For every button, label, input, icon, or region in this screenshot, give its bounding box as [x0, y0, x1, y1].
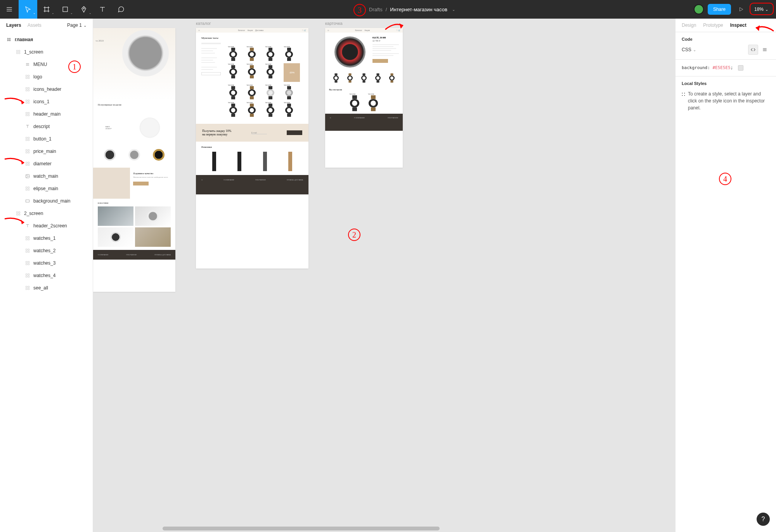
code-section-title: Code — [682, 37, 770, 42]
svg-rect-85 — [28, 288, 29, 290]
group-icon — [25, 87, 30, 92]
svg-rect-19 — [19, 52, 20, 54]
tab-prototype[interactable]: Prototype — [703, 23, 723, 28]
svg-rect-34 — [28, 102, 29, 104]
layer-name: button_1 — [33, 136, 52, 142]
svg-rect-57 — [26, 189, 28, 191]
layer-row[interactable]: elipse_main — [0, 182, 93, 195]
canvas-frame-catalog[interactable]: ⊙КаталогАкцииДоставка♡ 🛒 Мужские часы TE… — [196, 28, 308, 269]
layer-row[interactable]: price_main — [0, 145, 93, 158]
layer-row[interactable]: icons_1 — [0, 95, 93, 108]
menu-button[interactable] — [0, 0, 19, 19]
layer-name: diameter — [33, 161, 52, 166]
chevron-down-icon: ⌄ — [765, 7, 768, 12]
move-tool-button[interactable]: ⌄ — [19, 0, 37, 19]
layer-row[interactable]: главная — [0, 33, 93, 46]
mock-straps: Ремешки — [201, 146, 303, 149]
layer-row[interactable]: 2_screen — [0, 207, 93, 220]
comment-tool-button[interactable] — [112, 0, 130, 19]
app-toolbar: ⌄ ⌄ ⌄ ⌄ Drafts / Интернет-магазин часов … — [0, 0, 776, 19]
table-view-button[interactable] — [760, 45, 770, 55]
layer-row[interactable]: watches_1 — [0, 232, 93, 244]
layer-name: icons_header — [33, 87, 61, 92]
group-icon — [25, 273, 30, 278]
svg-rect-29 — [26, 90, 28, 91]
layer-row[interactable]: descript — [0, 120, 93, 133]
style-grid-icon: ∷ — [682, 90, 684, 111]
svg-rect-74 — [26, 262, 28, 263]
layer-row[interactable]: background_main — [0, 195, 93, 207]
layer-row[interactable]: header_main — [0, 108, 93, 120]
svg-rect-47 — [26, 152, 28, 153]
svg-rect-75 — [28, 262, 29, 263]
layer-row[interactable]: watches_3 — [0, 257, 93, 269]
svg-rect-81 — [28, 276, 29, 277]
layer-row[interactable]: 1_screen — [0, 46, 93, 58]
tab-design[interactable]: Design — [682, 23, 696, 28]
pen-tool-button[interactable]: ⌄ — [74, 0, 93, 19]
code-language-dropdown[interactable]: CSS ⌄ — [682, 47, 696, 52]
zoom-dropdown[interactable]: 18% ⌄ — [751, 5, 771, 14]
mock-footer-delivery: ОПЛАТА & ДОСТАВКА — [154, 254, 171, 256]
chevron-down-icon: ⌄ — [89, 11, 92, 15]
svg-rect-60 — [17, 212, 18, 213]
frame-label-catalog[interactable]: каталог — [196, 21, 211, 26]
color-swatch[interactable] — [738, 65, 743, 71]
layer-row[interactable]: diameter — [0, 158, 93, 170]
scrollbar-thumb[interactable] — [163, 527, 440, 530]
layer-name: see_all — [33, 285, 48, 291]
canvas-frame-main[interactable]: то 2019 Популярные модели RADO26 000 Р — [93, 28, 175, 292]
svg-rect-16 — [17, 50, 18, 52]
text-icon — [25, 124, 30, 129]
layers-panel: Layers Assets Page 1 ⌄ главная1_screenME… — [0, 19, 93, 532]
layers-panel-header: Layers Assets Page 1 ⌄ — [0, 19, 93, 32]
chevron-down-icon: ⌄ — [83, 23, 87, 28]
code-output[interactable]: background: #E5E5E5; — [676, 60, 776, 76]
code-value: #E5E5E5 — [712, 65, 730, 70]
svg-rect-7 — [63, 7, 68, 12]
svg-marker-11 — [740, 7, 743, 11]
comment-icon — [118, 6, 125, 13]
tab-assets[interactable]: Assets — [28, 23, 42, 28]
svg-rect-69 — [28, 239, 29, 240]
inspector-panel: Design Prototype Inspect Code CSS ⌄ back… — [675, 19, 776, 532]
layer-row[interactable]: header_2screen — [0, 220, 93, 232]
tab-layers[interactable]: Layers — [6, 23, 21, 28]
layer-name: price_main — [33, 149, 56, 154]
mock-quality-sub: Минималистичное качество швейцарских час… — [133, 176, 172, 178]
text-icon — [25, 223, 30, 229]
shape-tool-button[interactable]: ⌄ — [56, 0, 74, 19]
mock-footer-company: О КОМПАНИИ — [98, 254, 108, 256]
share-button[interactable]: Share — [708, 4, 731, 15]
present-button[interactable] — [735, 3, 747, 16]
text-tool-button[interactable] — [93, 0, 112, 19]
file-breadcrumb[interactable]: Drafts / Интернет-магазин часов ⌄ — [130, 7, 694, 12]
canvas[interactable]: то 2019 Популярные модели RADO26 000 Р — [93, 19, 675, 532]
svg-rect-50 — [28, 162, 29, 164]
layer-row[interactable]: button_1 — [0, 133, 93, 145]
frame-label-card[interactable]: карточка — [325, 21, 343, 26]
layer-name: header_2screen — [33, 223, 67, 229]
local-styles-description: To create a style, select a layer and cl… — [688, 90, 770, 111]
help-button[interactable]: ? — [757, 513, 770, 526]
frame-tool-button[interactable]: ⌄ — [37, 0, 56, 19]
layer-row[interactable]: watches_4 — [0, 269, 93, 282]
page-selector[interactable]: Page 1 ⌄ — [67, 23, 87, 28]
tab-inspect[interactable]: Inspect — [730, 23, 747, 28]
mock-viewed: Вы смотрели — [329, 88, 399, 91]
layer-row[interactable]: see_all — [0, 282, 93, 294]
user-avatar[interactable] — [694, 4, 704, 14]
layer-row[interactable]: watch_main — [0, 170, 93, 182]
svg-rect-79 — [28, 274, 29, 276]
zoom-value: 18% — [754, 7, 764, 12]
svg-point-8 — [83, 8, 85, 9]
layer-row[interactable]: logo — [0, 71, 93, 83]
hamburger-icon — [6, 6, 13, 13]
svg-rect-35 — [26, 113, 28, 114]
canvas-frame-card[interactable]: ⊙КаталогАкции♡ 🛒 KULTE, 26 MM 12 700 ₽ — [325, 28, 403, 168]
layer-row[interactable]: MENU — [0, 58, 93, 71]
code-view-button[interactable] — [748, 45, 758, 55]
canvas-horizontal-scrollbar[interactable] — [116, 527, 578, 530]
layer-row[interactable]: watches_2 — [0, 244, 93, 257]
layer-row[interactable]: icons_header — [0, 83, 93, 95]
